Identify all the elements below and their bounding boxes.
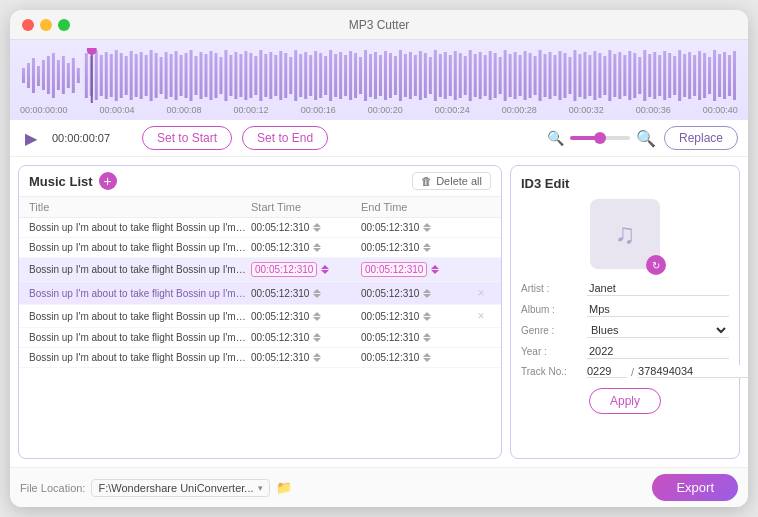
end-time-spinner[interactable] [423,353,431,362]
year-input[interactable] [587,344,729,359]
table-row: Bossin up I'm about to take flight Bossi… [19,218,501,238]
folder-icon[interactable]: 📁 [276,480,292,495]
end-time-value: 00:05:12:310 [361,288,419,299]
svg-rect-15 [100,55,103,96]
svg-rect-25 [150,50,153,101]
track-row: Track No.: / [521,365,729,378]
zoom-out-icon[interactable]: 🔍 [547,130,564,146]
maximize-button[interactable] [58,19,70,31]
svg-rect-30 [175,51,178,100]
track-total-input[interactable] [638,365,748,378]
end-time-spinner[interactable] [431,265,439,274]
start-time-spinner[interactable] [313,333,321,342]
traffic-lights [22,19,70,31]
end-time-spinner[interactable] [423,289,431,298]
start-time-spinner[interactable] [313,312,321,321]
svg-rect-57 [309,55,312,96]
add-music-button[interactable]: + [99,172,117,190]
start-time-spinner[interactable] [321,265,329,274]
start-time-value: 00:05:12:310 [251,222,309,233]
svg-rect-114 [593,51,596,100]
close-button[interactable] [22,19,34,31]
svg-rect-142 [733,51,736,100]
svg-rect-22 [135,54,138,97]
start-time-spinner[interactable] [313,289,321,298]
svg-rect-135 [698,51,701,100]
genre-row: Genre : Blues Rock Pop Jazz [521,323,729,338]
end-time-field: 00:05:12:310 [361,262,471,277]
svg-rect-127 [658,55,661,96]
svg-rect-53 [289,57,292,94]
delete-row-button[interactable]: × [471,309,491,323]
delete-all-button[interactable]: 🗑 Delete all [412,172,491,190]
zoom-thumb[interactable] [594,132,606,144]
svg-rect-44 [244,51,247,100]
svg-rect-58 [314,51,317,100]
table-row: Bossin up I'm about to take flight Bossi… [19,282,501,305]
track-number-input[interactable] [587,365,627,378]
set-to-end-button[interactable]: Set to End [242,126,328,150]
timeline-mark: 00:00:04 [100,105,135,115]
svg-rect-137 [708,57,711,94]
svg-rect-76 [404,54,407,97]
svg-rect-40 [224,50,227,101]
waveform-container[interactable]: // Will be rendered via CSS approach bel… [10,40,748,120]
svg-rect-118 [613,54,616,97]
svg-rect-77 [409,52,412,99]
end-time-field: 00:05:12:310 [361,332,471,343]
row-title: Bossin up I'm about to take flight Bossi… [29,222,251,233]
zoom-in-icon[interactable]: 🔍 [636,129,656,148]
minimize-button[interactable] [40,19,52,31]
end-time-spinner[interactable] [423,243,431,252]
svg-rect-89 [469,50,472,101]
start-time-spinner[interactable] [313,243,321,252]
timeline-mark: 00:00:36 [636,105,671,115]
svg-rect-111 [578,54,581,97]
svg-rect-31 [180,55,183,96]
svg-rect-49 [269,52,272,99]
svg-rect-91 [479,52,482,99]
artist-input[interactable] [587,281,729,296]
end-time-spinner[interactable] [423,223,431,232]
start-time-spinner[interactable] [313,353,321,362]
start-time-field: 00:05:12:310 [251,288,361,299]
start-time-spinner[interactable] [313,223,321,232]
album-input[interactable] [587,302,729,317]
table-row: Bossin up I'm about to take flight Bossi… [19,238,501,258]
delete-row-button[interactable]: × [471,286,491,300]
end-time-value: 00:05:12:310 [361,262,427,277]
set-to-start-button[interactable]: Set to Start [142,126,232,150]
svg-rect-41 [229,55,232,96]
svg-rect-43 [239,54,242,97]
svg-rect-36 [204,54,207,97]
genre-select[interactable]: Blues Rock Pop Jazz [587,323,729,338]
svg-rect-18 [115,50,118,101]
svg-rect-117 [608,50,611,101]
app-window: MP3 Cutter // Will be rendered via CSS a… [10,10,748,507]
play-button[interactable]: ▶ [20,127,42,149]
replace-button[interactable]: Replace [664,126,738,150]
export-button[interactable]: Export [652,474,738,501]
apply-button[interactable]: Apply [589,388,661,414]
end-time-spinner[interactable] [423,333,431,342]
timeline-mark: 00:00:28 [502,105,537,115]
svg-rect-136 [703,53,706,98]
svg-rect-80 [424,53,427,98]
svg-rect-75 [399,50,402,101]
id3-fields: Artist : Album : Genre : Blues Rock Pop … [521,281,729,378]
svg-rect-3 [37,66,40,86]
start-time-field: 00:05:12:310 [251,262,361,277]
svg-rect-113 [588,55,591,96]
end-time-spinner[interactable] [423,312,431,321]
svg-rect-132 [683,54,686,97]
edit-art-button[interactable]: ↻ [646,255,666,275]
file-path-selector[interactable]: F:\Wondershare UniConverter... ▾ [91,479,269,497]
timeline-mark: 00:00:08 [167,105,202,115]
svg-rect-115 [598,53,601,98]
svg-rect-141 [728,55,731,96]
svg-rect-100 [524,51,527,100]
svg-rect-104 [544,54,547,97]
zoom-slider[interactable] [570,136,630,140]
artist-row: Artist : [521,281,729,296]
svg-rect-63 [339,52,342,99]
